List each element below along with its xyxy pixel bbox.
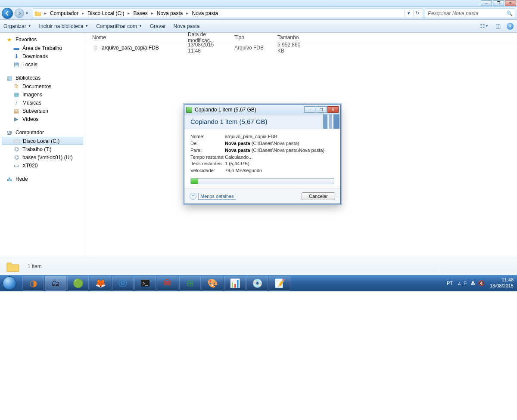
dialog-titlebar[interactable]: Copiando 1 item (5,67 GB) ─ ❐ ✕ [184,105,340,114]
volume-icon[interactable]: 🔇 [478,280,485,286]
tree-item-musicas[interactable]: ♪ Músicas [0,99,85,107]
taskbar-app-firefox[interactable]: 🦊 [90,276,111,290]
tree-label: Área de Trabalho [22,45,62,51]
search-box[interactable]: 🔍 [425,9,515,18]
history-dropdown[interactable]: ▾ [26,11,31,15]
start-button[interactable] [0,275,19,291]
tree-rede: 🖧 Rede [0,175,85,183]
clock-date: 13/08/2015 [490,283,514,289]
taskbar-app-explorer[interactable]: 🗂 [45,276,66,290]
tree-item-area-de-trabalho[interactable]: ▬ Área de Trabalho [0,44,85,52]
ie-icon: ⓔ [118,278,127,289]
crumb-computador[interactable]: Computador [47,9,81,18]
tree-item-xt920[interactable]: ▭ XT920 [0,161,85,170]
column-header-tamanho[interactable]: Tamanho [273,33,304,42]
tree-header-favoritos[interactable]: ★ Favoritos [0,35,85,44]
details-toggle[interactable]: ⌃ Menos detalhes [190,193,236,200]
tree-computador: 🖳 Computador Disco Local (C:) ⌬ Trabalho… [0,128,85,170]
dialog-maximize-button[interactable]: ❐ [316,106,327,113]
toolbar-gravar[interactable]: Gravar [150,23,166,29]
flag-icon[interactable]: ⚐ [463,280,468,286]
dlg-label-para: Para: [190,147,225,154]
tree-item-disco-local-c[interactable]: Disco Local (C:) [2,137,83,145]
clock-time: 11:48 [490,277,514,283]
file-row[interactable]: 🗎 arquivo_para_copia.FDB 13/08/2015 11:4… [85,42,517,52]
chevron-down-icon: ▼ [85,24,88,28]
tree-label: Locais [22,62,37,68]
column-headers: Nome Data de modificaç... Tipo Tamanho [85,33,517,42]
tree-item-locais[interactable]: ▤ Locais [0,60,85,68]
svg-rect-0 [14,140,20,143]
taskbar-app-chrome[interactable]: 🟢 [67,276,89,290]
crumb-nova-pasta-1[interactable]: Nova pasta [154,9,186,18]
forward-button[interactable] [15,9,24,18]
taskbar-app-disc[interactable]: 💿 [246,276,268,290]
file-type: Arquivo FDB [230,45,273,51]
chart-icon: 📊 [230,278,240,288]
tree-label: Computador [16,130,44,136]
tree-label: Disco Local (C:) [23,138,59,144]
breadcrumb-separator: ▸ [185,11,189,15]
taskbar-app-chart[interactable]: 📊 [224,276,246,290]
breadcrumb-dropdown-icon[interactable]: ▾ [405,9,412,17]
preview-pane-button[interactable]: ◫ [493,22,503,31]
language-indicator[interactable]: PT [447,281,453,286]
clock[interactable]: 11:48 13/08/2015 [490,277,514,289]
toolbar-compartilhar[interactable]: Compartilhar com ▼ [96,23,142,29]
tray-expand-icon[interactable]: ▵ [458,280,461,286]
tree-header-rede[interactable]: 🖧 Rede [0,175,85,183]
crumb-nova-pasta-2[interactable]: Nova pasta [189,9,221,18]
library-icon: ▥ [6,74,13,81]
tree-header-bibliotecas[interactable]: ▥ Bibliotecas [0,74,85,82]
tree-item-bases-u[interactable]: ⌬ bases (\\mt-dc01) (U:) [0,153,85,161]
dialog-close-button[interactable]: ✕ [327,106,339,113]
dlg-label-nome: Nome: [190,133,225,140]
taskbar-app-notes[interactable]: 📝 [269,276,290,290]
close-button[interactable]: ✕ [505,0,516,6]
taskbar-app-cmd[interactable]: >_ [134,276,156,290]
help-button[interactable]: ? [507,23,514,30]
address-bar: ▾ ▸ Computador ▸ Disco Local (C:) ▸ Base… [0,7,517,20]
tree-header-computador[interactable]: 🖳 Computador [0,128,85,137]
details-toggle-label: Menos detalhes [198,193,236,200]
view-options-button[interactable]: ☷ ▼ [479,22,489,31]
column-header-nome[interactable]: Nome [85,33,184,42]
tree-item-subversion[interactable]: ▤ Subversion [0,107,85,115]
toolbar-label: Compartilhar com [96,23,137,29]
file-icon: 🗎 [92,44,99,51]
toolbar-incluir-biblioteca[interactable]: Incluir na biblioteca ▼ [39,23,89,29]
tree-item-documentos[interactable]: 🗎 Documentos [0,82,85,90]
column-header-data[interactable]: Data de modificaç... [184,33,230,42]
folder-icon [34,9,42,17]
tree-item-imagens[interactable]: ▦ Imagens [0,90,85,99]
tree-label: Rede [16,176,28,182]
network-tray-icon[interactable]: 🖧 [470,280,476,286]
taskbar-app-mediaplayer[interactable]: ◑ [22,276,44,290]
taskbar-app-taskmgr[interactable]: ⊞ [179,276,201,290]
maximize-button[interactable]: ❐ [493,0,504,6]
chevron-up-icon: ⌃ [190,193,196,200]
toolbar-nova-pasta[interactable]: Nova pasta [174,23,200,29]
breadcrumb[interactable]: ▸ Computador ▸ Disco Local (C:) ▸ Bases … [33,9,423,18]
crumb-bases[interactable]: Bases [131,9,150,18]
minimize-button[interactable]: ─ [481,0,492,6]
column-header-tipo[interactable]: Tipo [230,33,273,42]
crumb-disco-c[interactable]: Disco Local (C:) [85,9,127,18]
toolbar-organizar[interactable]: Organizar ▼ [3,23,31,29]
refresh-button[interactable]: ↻ [413,9,421,17]
taskbar-app-red[interactable]: 🏛 [157,276,178,290]
tree-item-downloads[interactable]: ⬇ Downloads [0,52,85,60]
dialog-minimize-button[interactable]: ─ [304,106,315,113]
copy-dialog: Copiando 1 item (5,67 GB) ─ ❐ ✕ Copiando… [184,105,341,204]
taskbar-app-ie[interactable]: ⓔ [112,276,134,290]
back-button[interactable] [2,8,13,19]
folder-icon: ▤ [13,108,20,114]
tree-item-trabalho-t[interactable]: ⌬ Trabalho (T:) [0,145,85,153]
cancel-button[interactable]: Cancelar [302,192,335,200]
breadcrumb-separator: ▸ [44,11,47,15]
search-icon[interactable]: 🔍 [506,10,513,16]
search-input[interactable] [427,10,506,17]
tree-item-videos[interactable]: ▶ Vídeos [0,115,85,123]
taskbar-app-paint[interactable]: 🎨 [202,276,223,290]
network-drive-icon: ⌬ [13,146,20,153]
